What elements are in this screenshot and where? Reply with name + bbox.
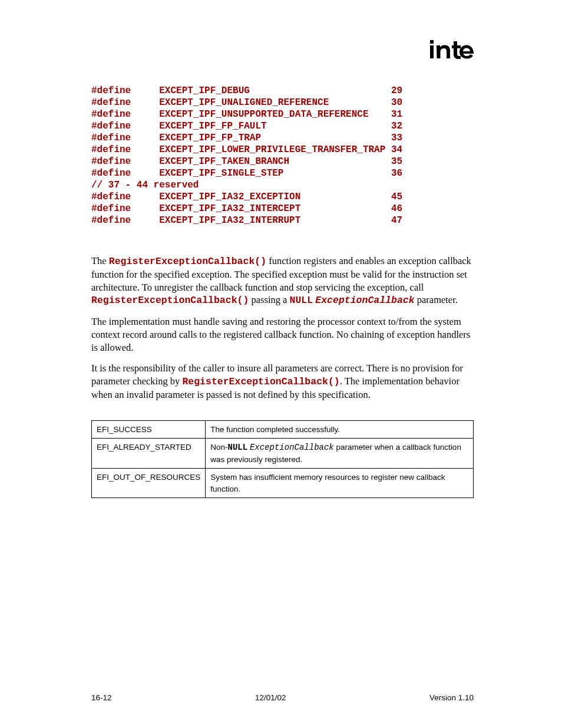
status-key: EFI_OUT_OF_RESOURCES [92,469,206,498]
table-row: EFI_SUCCESS The function completed succe… [92,420,474,439]
table-row: EFI_OUT_OF_RESOURCES System has insuffic… [92,469,474,498]
svg-rect-1 [430,45,434,58]
text: passing a [249,294,289,305]
page-footer: 16-12 12/01/02 Version 1.10 [91,693,474,702]
status-desc: The function completed successfully. [206,420,474,439]
code-inline: RegisterExceptionCallback() [182,376,339,387]
description-paragraph-3: It is the responsibility of the caller t… [91,362,474,401]
code-inline: RegisterExceptionCallback() [109,256,266,267]
brand-logo [91,38,474,64]
footer-left: 16-12 [91,693,112,702]
status-desc: System has insufficient memory resources… [206,469,474,498]
text: The [91,255,109,266]
description-paragraph-2: The implementation must handle saving an… [91,315,474,354]
table-row: EFI_ALREADY_STARTED Non-NULL ExceptionCa… [92,439,474,469]
code-italic: ExceptionCallback [250,443,334,452]
footer-right: Version 1.10 [429,693,474,702]
svg-rect-0 [430,40,434,44]
status-key: EFI_SUCCESS [92,420,206,439]
status-codes-table: EFI_SUCCESS The function completed succe… [91,420,474,499]
define-code-block: #define EXCEPT_IPF_DEBUG 29 #define EXCE… [91,85,474,226]
text: parameter. [415,294,458,305]
code-italic: ExceptionCallback [315,295,414,306]
code-inline: NULL [290,295,313,306]
description-paragraph-1: The RegisterExceptionCallback() function… [91,255,474,307]
text: Non- [210,443,227,452]
status-key: EFI_ALREADY_STARTED [92,439,206,469]
code-inline: RegisterExceptionCallback() [91,295,249,306]
code-inline: NULL [228,443,248,452]
status-desc: Non-NULL ExceptionCallback parameter whe… [206,439,474,469]
footer-center: 12/01/02 [255,693,286,702]
